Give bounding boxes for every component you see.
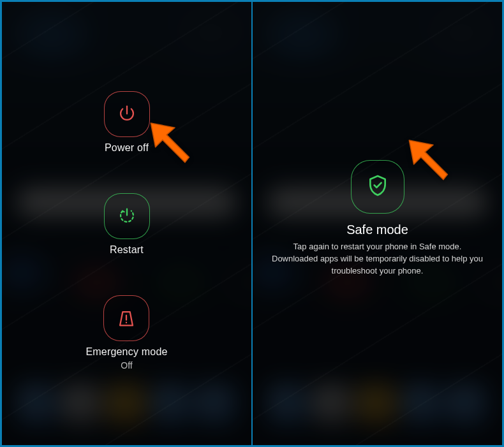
shield-check-icon bbox=[365, 173, 390, 201]
emergency-mode-option[interactable]: Emergency mode Off bbox=[85, 295, 167, 370]
power-menu: Power off Restart bbox=[2, 91, 251, 370]
emergency-icon bbox=[103, 295, 149, 341]
safe-mode-description: Tap again to restart your phone in Safe … bbox=[269, 241, 485, 277]
screenshot-power-menu: Power off Restart bbox=[0, 0, 252, 447]
emergency-status: Off bbox=[121, 360, 132, 370]
restart-icon bbox=[104, 193, 150, 239]
power-off-label: Power off bbox=[105, 142, 149, 154]
emergency-label: Emergency mode bbox=[85, 346, 167, 358]
safe-mode-button[interactable] bbox=[351, 160, 404, 214]
safe-mode-title: Safe mode bbox=[346, 223, 408, 237]
power-off-icon bbox=[104, 91, 150, 137]
power-off-option[interactable]: Power off bbox=[104, 91, 150, 154]
tutorial-split: Power off Restart bbox=[0, 0, 504, 447]
screenshot-safe-mode: Safe mode Tap again to restart your phon… bbox=[252, 0, 504, 447]
restart-option[interactable]: Restart bbox=[104, 193, 150, 256]
restart-label: Restart bbox=[110, 244, 144, 256]
